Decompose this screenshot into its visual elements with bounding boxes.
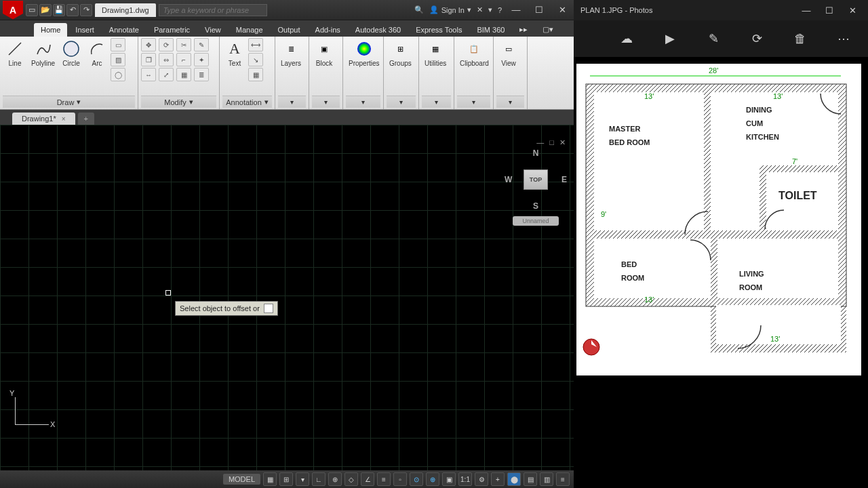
maximize-button[interactable]: ☐ — [530, 3, 548, 17]
new-tab-button[interactable]: + — [78, 113, 94, 125]
close-button[interactable]: ✕ — [553, 3, 571, 17]
polar-toggle-icon[interactable]: ⊕ — [328, 472, 342, 486]
cycling-icon[interactable]: ⊙ — [410, 472, 423, 486]
tab-autodesk360[interactable]: Autodesk 360 — [349, 23, 408, 37]
mirror-icon[interactable]: ⇔ — [159, 53, 174, 66]
settings-icon[interactable]: ⚙ — [475, 472, 488, 486]
tab-insert[interactable]: Insert — [68, 23, 101, 37]
grid-toggle-icon[interactable]: ▦ — [263, 472, 277, 486]
trim-icon[interactable]: ✂ — [176, 38, 191, 52]
ribbon-expand-icon[interactable]: ▸▸ — [513, 22, 534, 37]
tab-view[interactable]: View — [198, 23, 228, 37]
offset-icon[interactable]: ≣ — [194, 68, 209, 81]
tab-bim360[interactable]: BIM 360 — [470, 23, 511, 37]
compass-w[interactable]: W — [505, 175, 512, 184]
erase-icon[interactable]: ✎ — [194, 38, 209, 52]
rotate-icon[interactable]: ⟳ — [159, 38, 174, 52]
array-icon[interactable]: ▦ — [176, 68, 191, 81]
search-input[interactable] — [159, 4, 267, 16]
photos-minimize-button[interactable]: — — [797, 3, 815, 17]
close-tab-icon[interactable]: × — [62, 115, 66, 123]
circle-button[interactable]: Circle — [59, 38, 83, 68]
edit-icon[interactable]: ✎ — [705, 30, 722, 47]
hatch-icon[interactable]: ▨ — [111, 53, 125, 66]
slideshow-icon[interactable]: ▶ — [662, 30, 678, 47]
text-button[interactable]: AText — [222, 38, 247, 68]
custom-icon[interactable]: ≡ — [556, 472, 570, 486]
dimension-icon[interactable]: ⟷ — [248, 38, 263, 52]
workspace-icon[interactable]: ⬤ — [507, 472, 521, 486]
new-icon[interactable]: ▭ — [26, 4, 38, 16]
tab-addins[interactable]: Add-ins — [309, 23, 347, 37]
move-icon[interactable]: ✥ — [141, 38, 156, 52]
sign-in-button[interactable]: 👤Sign In▾ — [429, 5, 471, 14]
annotation-scale-icon[interactable]: + — [491, 472, 505, 486]
tab-annotate[interactable]: Annotate — [102, 23, 146, 37]
undo-icon[interactable]: ↶ — [66, 4, 79, 16]
table-icon[interactable]: ▦ — [248, 68, 263, 81]
fillet-icon[interactable]: ⌐ — [176, 53, 191, 66]
copy-icon[interactable]: ❐ — [141, 53, 156, 66]
ortho-toggle-icon[interactable]: ∟ — [312, 472, 326, 486]
delete-icon[interactable]: 🗑 — [792, 30, 808, 47]
otrack-toggle-icon[interactable]: ∠ — [361, 472, 374, 486]
tab-home[interactable]: Home — [34, 23, 67, 37]
vc-restore-icon[interactable]: □ — [549, 138, 554, 147]
redo-icon[interactable]: ↷ — [80, 4, 92, 16]
minimize-button[interactable]: — — [507, 3, 525, 17]
dyn-input-icon[interactable]: ⊕ — [426, 472, 439, 486]
photos-close-button[interactable]: ✕ — [844, 3, 861, 17]
explode-icon[interactable]: ✦ — [194, 53, 209, 66]
isolate-icon[interactable]: ▥ — [540, 472, 553, 486]
scale-icon[interactable]: ⤢ — [159, 68, 174, 81]
transparency-toggle-icon[interactable]: ▫ — [393, 472, 407, 486]
help-icon[interactable]: ? — [498, 6, 502, 14]
viewcube-top[interactable]: TOP — [524, 169, 548, 190]
file-tab-drawing1[interactable]: Drawing1*× — [12, 113, 75, 125]
vc-close-icon[interactable]: ✕ — [559, 138, 566, 147]
rotate-icon[interactable]: ⟳ — [749, 30, 765, 47]
scale-button[interactable]: 1:1 — [458, 472, 472, 486]
compass-e[interactable]: E — [561, 175, 567, 184]
more-icon[interactable]: ⋯ — [835, 30, 852, 47]
lineweight-toggle-icon[interactable]: ≡ — [377, 472, 391, 486]
layers-button[interactable]: ≣Layers — [278, 38, 304, 68]
photos-viewport[interactable]: 28' MASTERBE — [574, 57, 868, 488]
compass-n[interactable]: N — [533, 148, 539, 158]
tab-manage[interactable]: Manage — [229, 23, 270, 37]
rectangle-icon[interactable]: ▭ — [111, 38, 125, 52]
viewcube[interactable]: — □ ✕ N S E W TOP Unnamed — [503, 138, 568, 226]
leader-icon[interactable]: ↘ — [248, 53, 263, 66]
open-icon[interactable]: 📂 — [39, 4, 52, 16]
infocenter-icon[interactable]: 🔍 — [414, 5, 424, 14]
tab-express[interactable]: Express Tools — [409, 23, 469, 37]
cloud-icon[interactable]: ▾ — [488, 5, 492, 14]
tab-output[interactable]: Output — [271, 23, 307, 37]
groups-button[interactable]: ⊞Groups — [387, 38, 414, 68]
vc-minimize-icon[interactable]: — — [536, 138, 544, 147]
compass-s[interactable]: S — [533, 201, 538, 211]
properties-button[interactable]: Properties — [346, 38, 382, 68]
drawing-canvas[interactable]: Select object to offset or — □ ✕ N S E W… — [0, 125, 574, 470]
polyline-button[interactable]: Polyline — [28, 38, 58, 68]
line-button[interactable]: Line — [3, 38, 27, 68]
exchange-icon[interactable]: ✕ — [477, 5, 483, 14]
photos-maximize-button[interactable]: ☐ — [821, 3, 838, 17]
block-button[interactable]: ▣Block — [312, 38, 336, 68]
ellipse-icon[interactable]: ◯ — [111, 68, 125, 81]
tab-parametric[interactable]: Parametric — [147, 23, 197, 37]
stretch-icon[interactable]: ↔ — [141, 68, 156, 81]
share-icon[interactable]: ☁ — [618, 30, 635, 47]
snap-menu-icon[interactable]: ▾ — [296, 472, 309, 486]
quickprops-icon[interactable]: ▣ — [442, 472, 456, 486]
osnap-toggle-icon[interactable]: ◇ — [344, 472, 358, 486]
snap-toggle-icon[interactable]: ⊞ — [279, 472, 293, 486]
model-space-button[interactable]: MODEL — [223, 474, 260, 485]
clipboard-button[interactable]: 📋Clipboard — [457, 38, 492, 68]
save-icon[interactable]: 💾 — [53, 4, 65, 16]
hardware-accel-icon[interactable]: ▤ — [524, 472, 537, 486]
utilities-button[interactable]: ▦Utilities — [422, 38, 449, 68]
arc-button[interactable]: Arc — [85, 38, 109, 68]
view-button[interactable]: ▭View — [496, 38, 521, 68]
ribbon-minimize-icon[interactable]: ▢▾ — [536, 22, 560, 37]
